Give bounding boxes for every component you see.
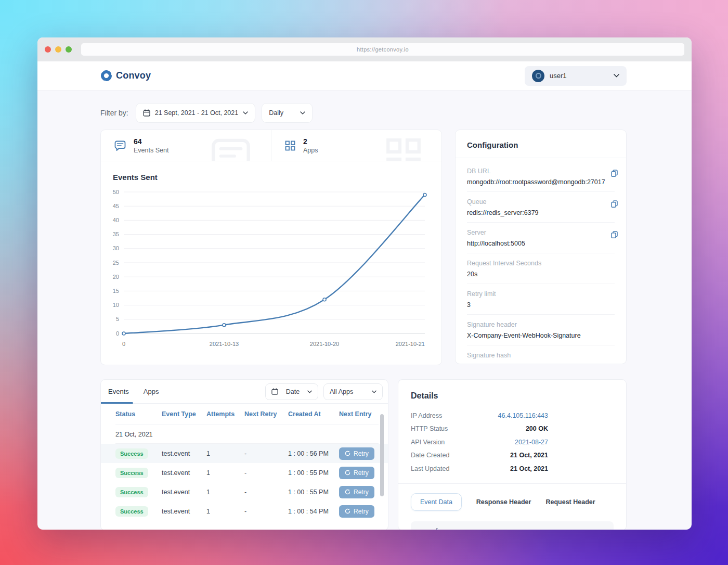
table-row[interactable]: Success test.event 1 - 1 : 00 : 55 PM Re… xyxy=(115,463,379,482)
close-window-button[interactable] xyxy=(45,46,51,53)
table-row[interactable]: Success test.event 1 - 1 : 00 : 56 PM Re… xyxy=(101,444,388,463)
config-field-label: DB URL xyxy=(467,168,615,175)
events-overview-card: 64 Events Sent xyxy=(100,130,442,365)
svg-text:2021-10-21: 2021-10-21 xyxy=(396,341,425,347)
stat-apps-value: 2 xyxy=(303,137,318,146)
retry-button[interactable]: Retry xyxy=(339,486,374,498)
config-field-label: Queue xyxy=(467,198,615,206)
table-scrollbar[interactable] xyxy=(380,414,384,496)
browser-chrome: https://getconvoy.io xyxy=(37,37,692,61)
details-title: Details xyxy=(411,391,614,401)
svg-text:0: 0 xyxy=(116,330,119,337)
configuration-card: Configuration DB URL mongodb://root:root… xyxy=(455,130,627,364)
config-field-signature-hash: Signature hash SHA256 xyxy=(467,345,615,364)
retry-button[interactable]: Retry xyxy=(339,467,374,479)
tab-apps[interactable]: Apps xyxy=(136,380,166,403)
col-status: Status xyxy=(115,410,162,418)
svg-text:0: 0 xyxy=(122,341,125,347)
events-sent-chart: 0510152025303540455002021-10-132021-10-2… xyxy=(105,186,436,351)
config-field-value: redis://redis_server:6379 xyxy=(467,209,615,216)
status-badge: Success xyxy=(115,468,148,478)
ip-address-value[interactable]: 46.4.105.116:443 xyxy=(498,412,548,419)
config-field-value: X-Company-Event-WebHook-Signature xyxy=(467,332,615,339)
retry-label: Retry xyxy=(354,469,369,477)
stat-apps-label: Apps xyxy=(303,147,318,154)
event-type-cell: test.event xyxy=(162,469,206,477)
next-retry-cell: - xyxy=(244,489,288,496)
svg-text:30: 30 xyxy=(113,245,119,251)
detail-row: Last Updated 21 Oct, 2021 xyxy=(411,462,614,476)
date-filter-select[interactable]: Date xyxy=(265,383,318,400)
detail-label: IP Address xyxy=(411,412,442,419)
tab-events[interactable]: Events xyxy=(101,380,136,403)
details-card: Details IP Address 46.4.105.116:443 HTTP… xyxy=(398,379,627,530)
tab-apps-label: Apps xyxy=(144,388,159,395)
tab-event-data[interactable]: Event Data xyxy=(411,493,462,511)
events-table-card: Events Apps Date xyxy=(100,379,388,530)
date-filter-value: Date xyxy=(282,388,303,395)
status-badge: Success xyxy=(115,448,148,459)
brand-name: Convoy xyxy=(116,70,151,81)
config-field-server: Server http://localhost:5005 xyxy=(467,223,615,253)
retry-button[interactable]: Retry xyxy=(339,447,374,460)
config-field-signature-header: Signature header X-Company-Event-WebHook… xyxy=(467,315,615,345)
svg-text:2021-10-13: 2021-10-13 xyxy=(210,341,239,347)
created-at-cell: 1 : 00 : 54 PM xyxy=(288,508,339,515)
retry-icon xyxy=(345,489,350,495)
created-at-cell: 1 : 00 : 55 PM xyxy=(288,469,339,477)
retry-label: Retry xyxy=(354,508,369,515)
copy-icon[interactable] xyxy=(610,199,619,209)
config-field-value: 20s xyxy=(467,271,615,278)
detail-label: HTTP Status xyxy=(411,425,448,432)
created-at-cell: 1 : 00 : 55 PM xyxy=(288,489,339,496)
config-field-queue: Queue redis://redis_server:6379 xyxy=(467,192,615,223)
tab-request-header[interactable]: Request Header xyxy=(545,498,595,506)
message-icon xyxy=(114,140,126,151)
maximize-window-button[interactable] xyxy=(66,46,72,53)
user-menu[interactable]: user1 xyxy=(525,66,627,86)
config-field-label: Request Interval Seconds xyxy=(467,260,615,267)
tab-response-header[interactable]: Response Header xyxy=(476,498,531,506)
svg-text:50: 50 xyxy=(113,189,119,195)
attempts-cell: 1 xyxy=(206,489,244,496)
col-attempts: Attempts xyxy=(206,410,244,418)
detail-label: API Version xyxy=(411,439,445,446)
stat-events-sent-label: Events Sent xyxy=(134,147,168,154)
copy-icon[interactable] xyxy=(610,230,619,239)
browser-window: https://getconvoy.io Convoy user1 Filter… xyxy=(37,37,692,530)
apps-watermark-icon xyxy=(385,137,422,161)
api-version-value[interactable]: 2021-08-27 xyxy=(515,439,548,446)
date-range-select[interactable]: 21 Sept, 2021 - 21 Oct, 2021 xyxy=(136,103,256,123)
date-group-label: 21 Oct, 2021 xyxy=(115,431,153,438)
table-row[interactable]: Success test.event 1 - 1 : 00 : 54 PM Re… xyxy=(115,502,379,521)
app-header: Convoy user1 xyxy=(37,61,692,91)
svg-text:20: 20 xyxy=(113,274,119,280)
message-watermark-icon xyxy=(211,137,251,161)
event-type-cell: test.event xyxy=(162,508,206,515)
minimize-window-button[interactable] xyxy=(55,46,61,53)
col-next-retry: Next Retry xyxy=(244,410,288,418)
retry-label: Retry xyxy=(354,450,369,457)
url-bar[interactable]: https://getconvoy.io xyxy=(81,43,684,56)
attempts-cell: 1 xyxy=(206,450,244,457)
app-filter-select[interactable]: All Apps xyxy=(323,383,383,400)
svg-text:45: 45 xyxy=(113,203,119,209)
chevron-down-icon xyxy=(307,390,312,393)
stat-events-sent: 64 Events Sent xyxy=(101,130,271,161)
retry-button[interactable]: Retry xyxy=(339,505,374,518)
col-next-entry: Next Entry xyxy=(339,410,379,418)
event-type-cell: test.event xyxy=(162,489,206,496)
last-updated-value: 21 Oct, 2021 xyxy=(510,465,548,472)
avatar xyxy=(532,70,544,82)
detail-row: IP Address 46.4.105.116:443 xyxy=(411,409,614,422)
status-badge: Success xyxy=(115,506,148,517)
svg-text:2021-10-20: 2021-10-20 xyxy=(310,341,339,347)
traffic-lights xyxy=(45,46,72,53)
table-row[interactable]: Success test.event 1 - 1 : 00 : 55 PM Re… xyxy=(115,482,379,502)
frequency-select[interactable]: Daily xyxy=(262,103,313,123)
retry-icon xyxy=(345,470,350,476)
frequency-value: Daily xyxy=(269,109,283,117)
chevron-down-icon xyxy=(300,111,305,114)
stat-apps: 2 Apps xyxy=(271,130,441,161)
copy-icon[interactable] xyxy=(610,169,619,178)
